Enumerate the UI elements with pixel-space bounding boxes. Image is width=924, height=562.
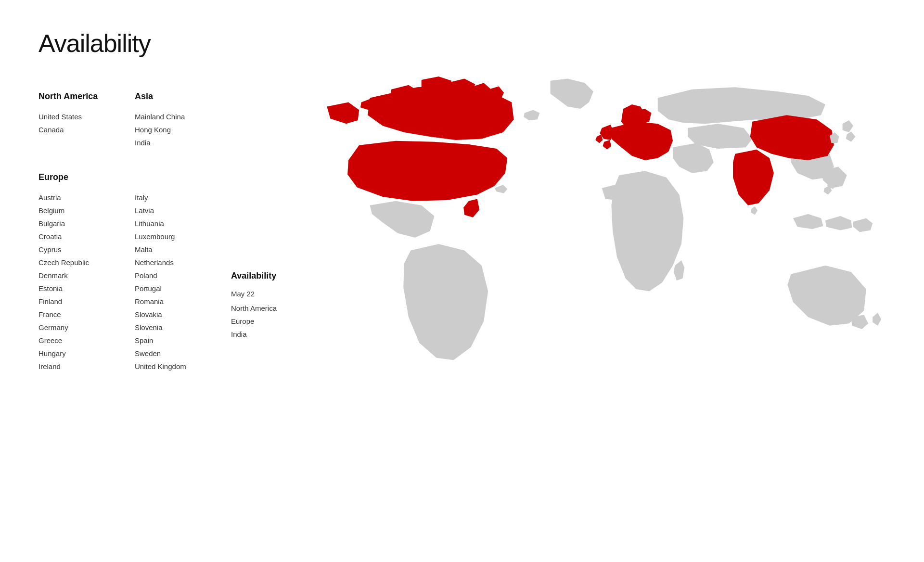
country-luxembourg: Luxembourg [135, 230, 231, 243]
country-finland: Finland [38, 295, 135, 308]
country-latvia: Latvia [135, 204, 231, 217]
country-ireland: Ireland [38, 360, 135, 373]
north-america-heading: North America [38, 91, 135, 102]
country-france: France [38, 308, 135, 321]
content-area: North America United States Canada Asia … [38, 87, 886, 396]
europe-heading: Europe [38, 172, 274, 182]
europe-col2: Italy Latvia Lithuania Luxembourg Malta … [135, 191, 231, 373]
asia-heading: Asia [135, 91, 231, 102]
country-slovenia: Slovenia [135, 321, 231, 334]
map-container [284, 72, 886, 396]
country-slovakia: Slovakia [135, 308, 231, 321]
country-austria: Austria [38, 191, 135, 204]
country-portugal: Portugal [135, 282, 231, 295]
europe-col1: Austria Belgium Bulgaria Croatia Cyprus … [38, 191, 135, 373]
country-croatia: Croatia [38, 230, 135, 243]
country-czech-republic: Czech Republic [38, 256, 135, 269]
page-container: Availability North America United States… [0, 0, 924, 425]
country-united-kingdom: United Kingdom [135, 360, 231, 373]
country-lithuania: Lithuania [135, 217, 231, 230]
country-greece: Greece [38, 334, 135, 347]
country-hungary: Hungary [38, 347, 135, 360]
country-canada: Canada [38, 123, 135, 136]
country-romania: Romania [135, 295, 231, 308]
country-bulgaria: Bulgaria [38, 217, 135, 230]
country-sweden: Sweden [135, 347, 231, 360]
country-united-states: United States [38, 110, 135, 123]
country-hong-kong: Hong Kong [135, 123, 231, 136]
country-estonia: Estonia [38, 282, 135, 295]
north-america-countries: United States Canada [38, 110, 135, 136]
country-netherlands: Netherlands [135, 256, 231, 269]
country-poland: Poland [135, 269, 231, 282]
left-panel: North America United States Canada Asia … [38, 87, 274, 396]
asia-countries: Mainland China Hong Kong India [135, 110, 231, 149]
country-germany: Germany [38, 321, 135, 334]
country-malta: Malta [135, 243, 231, 256]
country-cyprus: Cyprus [38, 243, 135, 256]
country-spain: Spain [135, 334, 231, 347]
europe-columns: Austria Belgium Bulgaria Croatia Cyprus … [38, 191, 274, 373]
country-india: India [135, 136, 231, 149]
page-title: Availability [38, 29, 886, 58]
country-belgium: Belgium [38, 204, 135, 217]
country-denmark: Denmark [38, 269, 135, 282]
country-italy: Italy [135, 191, 231, 204]
world-map [284, 72, 886, 395]
country-mainland-china: Mainland China [135, 110, 231, 123]
